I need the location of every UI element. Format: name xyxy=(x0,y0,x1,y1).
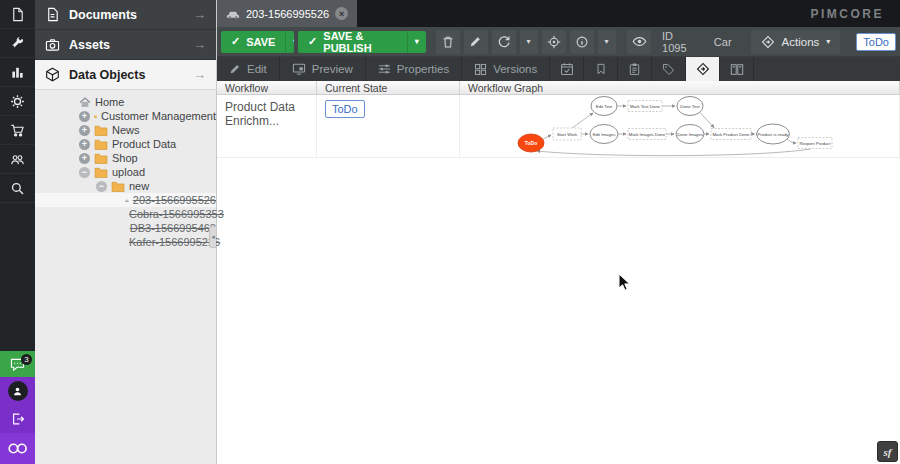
tree-item-db3-1566995468[interactable]: DB3-1566995468 xyxy=(35,221,216,235)
rail-settings-button[interactable] xyxy=(0,87,35,116)
collapse-icon[interactable]: − xyxy=(79,167,90,178)
tab-preview[interactable]: Preview xyxy=(280,57,366,81)
tree-item-new[interactable]: − new xyxy=(35,179,216,193)
workflow-diamond-icon xyxy=(696,62,710,76)
graph-label: Start Work xyxy=(557,132,578,137)
collapse-icon[interactable]: − xyxy=(96,181,107,192)
info-dropdown-button[interactable]: ▾ xyxy=(598,30,616,54)
folder-icon xyxy=(94,125,108,136)
object-id-label: ID 1095 xyxy=(662,30,696,54)
tab-tags[interactable] xyxy=(652,57,686,81)
pencil-icon xyxy=(229,63,241,75)
rail-documents-button[interactable] xyxy=(0,0,35,29)
check-icon: ✓ xyxy=(231,35,240,48)
graph-label: Product is ready xyxy=(757,132,789,137)
tab-dependencies[interactable] xyxy=(720,57,754,81)
tab-schedule[interactable] xyxy=(550,57,584,81)
expand-icon[interactable]: + xyxy=(79,139,90,150)
accordion-documents[interactable]: Documents → xyxy=(35,0,216,30)
tree-item-upload[interactable]: − upload xyxy=(35,165,216,179)
column-header-current-state[interactable]: Current State xyxy=(317,81,460,94)
icon-rail: 3 xyxy=(0,0,35,464)
open-preview-button[interactable] xyxy=(627,30,651,54)
file-icon xyxy=(10,7,25,22)
save-button[interactable]: ✓SAVE ▾ xyxy=(221,31,294,53)
tree-item-shop[interactable]: + Shop xyxy=(35,151,216,165)
rail-ecommerce-button[interactable] xyxy=(0,116,35,145)
panel-collapse-handle[interactable]: ◂ xyxy=(209,226,216,248)
tree-item-label: DB3-1566995468 xyxy=(130,222,216,234)
sliders-icon xyxy=(378,63,391,75)
close-icon: × xyxy=(339,9,344,19)
tab-application-log[interactable] xyxy=(618,57,652,81)
graph-label: Edit Images xyxy=(593,132,616,137)
rename-button[interactable] xyxy=(464,30,488,54)
save-label: SAVE xyxy=(246,36,275,48)
tab-properties[interactable]: Properties xyxy=(366,57,462,81)
person-icon xyxy=(12,386,23,397)
tab-workflow[interactable] xyxy=(686,57,720,81)
rail-search-button[interactable] xyxy=(0,174,35,203)
rail-reports-button[interactable] xyxy=(0,58,35,87)
user-menu-button[interactable] xyxy=(0,377,35,405)
tree-item-label: 203-1566995526 xyxy=(133,194,216,206)
tree-item-home[interactable]: Home xyxy=(35,95,216,109)
expand-icon[interactable]: + xyxy=(79,125,90,136)
pimcore-logo-button[interactable] xyxy=(0,433,35,464)
refresh-icon xyxy=(497,35,511,49)
pimcore-wordmark: PIMCORE xyxy=(810,7,900,21)
column-header-workflow-graph[interactable]: Workflow Graph xyxy=(460,81,900,94)
logout-button[interactable] xyxy=(0,405,35,433)
target-icon xyxy=(547,35,561,49)
tab-properties-label: Properties xyxy=(397,63,449,75)
locate-in-tree-button[interactable] xyxy=(542,30,566,54)
accordion-documents-label: Documents xyxy=(69,8,137,22)
tree-item-203-1566995526[interactable]: 203-1566995526 xyxy=(35,193,216,207)
object-type-label: Car xyxy=(714,36,732,48)
expand-icon[interactable]: + xyxy=(79,111,90,122)
current-state-cell: ToDo xyxy=(317,95,460,157)
notifications-button[interactable]: 3 xyxy=(0,351,35,377)
tree-item-customer-management[interactable]: + Customer Management xyxy=(35,109,216,123)
open-book-icon xyxy=(730,63,744,76)
save-and-publish-button[interactable]: ✓SAVE & PUBLISH ▾ xyxy=(298,31,426,53)
save-dropdown-button[interactable]: ▾ xyxy=(285,31,294,53)
document-icon xyxy=(45,7,60,22)
tab-203-1566995526[interactable]: 203-1566995526 × xyxy=(217,0,357,27)
tree-item-news[interactable]: + News xyxy=(35,123,216,137)
tree-item-product-data[interactable]: + Product Data xyxy=(35,137,216,151)
reload-button[interactable] xyxy=(492,30,516,54)
tab-close-button[interactable]: × xyxy=(335,7,348,20)
camera-icon xyxy=(45,38,60,52)
column-header-workflow[interactable]: Workflow xyxy=(217,81,317,94)
workflow-actions-button[interactable]: Actions ▾ xyxy=(751,30,841,54)
rail-spacer xyxy=(0,203,35,351)
versions-grid-icon xyxy=(474,63,487,76)
bar-chart-icon xyxy=(10,65,25,80)
accordion-data-objects[interactable]: Data Objects → xyxy=(35,60,216,90)
save-and-publish-dropdown-button[interactable]: ▾ xyxy=(407,31,426,53)
rail-customers-button[interactable] xyxy=(0,145,35,174)
workflow-table-header: Workflow Current State Workflow Graph xyxy=(217,81,900,95)
expand-icon[interactable]: + xyxy=(79,153,90,164)
tab-versions[interactable]: Versions xyxy=(462,57,550,81)
toolbar-main: ✓SAVE ▾ ✓SAVE & PUBLISH ▾ ▾ xyxy=(217,27,900,57)
tree-item-cobra-1566995353[interactable]: Cobra-1566995353 xyxy=(35,207,216,221)
accordion-assets[interactable]: Assets → xyxy=(35,30,216,60)
tree-item-label: Cobra-1566995353 xyxy=(129,208,224,220)
reload-dropdown-button[interactable]: ▾ xyxy=(520,30,538,54)
info-button[interactable] xyxy=(570,30,594,54)
workflow-table-row[interactable]: Product Data Enrichm... ToDo xyxy=(217,95,900,158)
delete-button[interactable] xyxy=(436,30,460,54)
state-badge: ToDo xyxy=(325,100,365,118)
tab-edit[interactable]: Edit xyxy=(217,57,280,81)
tree-item-label: Product Data xyxy=(112,138,176,150)
arrow-right-icon: → xyxy=(193,7,206,22)
graph-label: ToDo xyxy=(525,140,537,146)
rail-tools-button[interactable] xyxy=(0,29,35,58)
profiler-toggle-button[interactable]: sf xyxy=(877,441,898,462)
tab-notes-events[interactable] xyxy=(584,57,618,81)
caret-down-icon: ▾ xyxy=(415,37,419,46)
tab-edit-label: Edit xyxy=(247,63,267,75)
tree-item-kafer-1566995226[interactable]: Kafer-1566995226 xyxy=(35,235,216,249)
